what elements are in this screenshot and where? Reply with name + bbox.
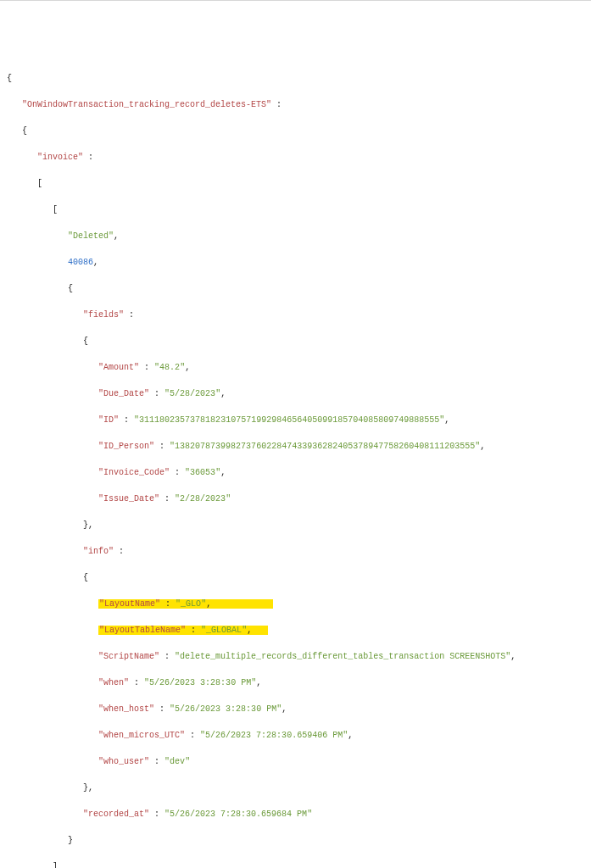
key-id-person: ID_Person [103,442,149,451]
key-fields-1: fields [88,310,119,320]
key-id-1: ID [103,415,114,425]
key-due-date: Due_Date [103,389,144,398]
highlight-layouttable-1: "LayoutTableName" : "_GLOBAL", [98,626,268,635]
key-script-1: ScriptName [103,652,154,661]
key-root: OnWindowTransaction_tracking_record_dele… [27,100,266,109]
key-invoice-code: Invoice_Code [103,468,164,477]
key-when-micros-1: when_micros_UTC [103,731,180,740]
key-recorded-at-1: recorded_at [88,810,144,819]
key-issue-date: Issue_Date [103,494,154,504]
highlight-layout-1: "LayoutName" : "_GLO", [98,599,273,609]
key-who-user-1: who_user [103,757,144,766]
key-amount: Amount [103,363,134,372]
val-invoice-id: 40086 [68,258,93,267]
json-code-block: { "OnWindowTransaction_tracking_record_d… [7,58,591,868]
key-info-1: info [88,547,109,556]
key-when-host-1: when_host [103,704,149,714]
key-when-1: when [103,678,124,687]
val-deleted-1: Deleted [73,231,109,241]
key-invoice: invoice [42,153,78,162]
